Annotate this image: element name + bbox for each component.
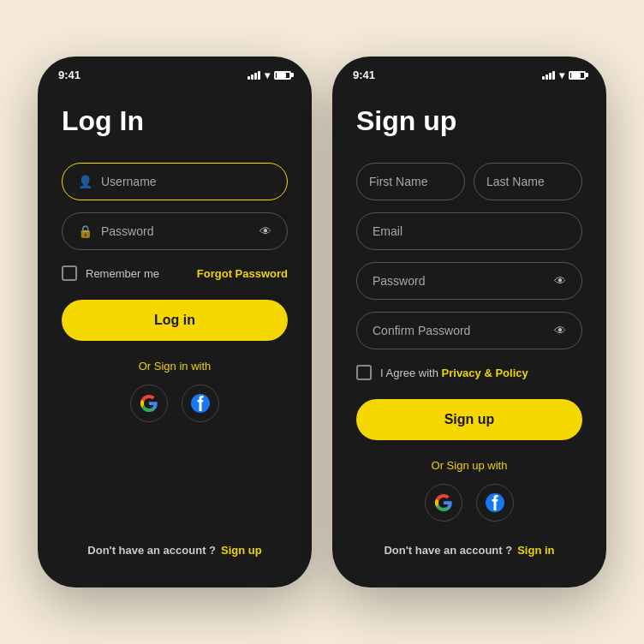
first-name-field[interactable] (356, 163, 465, 200)
password-field[interactable] (62, 212, 288, 250)
signup-status-icons: ▾ (542, 69, 586, 81)
login-signup-link[interactable]: Sign up (221, 544, 262, 557)
agree-checkbox[interactable] (356, 365, 372, 380)
password-input[interactable] (101, 224, 251, 238)
google-signup-button[interactable] (425, 484, 462, 522)
lock-icon (78, 224, 92, 238)
confirm-password-field[interactable] (356, 312, 582, 349)
signup-phone: 9:41 ▾ Sign up (332, 57, 606, 587)
password-eye-icon[interactable] (554, 274, 566, 288)
facebook-signup-button[interactable] (476, 484, 514, 522)
wifi-icon: ▾ (559, 69, 564, 81)
email-field[interactable] (356, 212, 582, 250)
signal-icon (542, 71, 555, 80)
remember-label: Remember me (86, 267, 159, 280)
signup-title: Sign up (356, 105, 582, 137)
user-icon (78, 175, 92, 188)
wifi-icon: ▾ (265, 69, 270, 81)
login-status-bar: 9:41 ▾ (38, 57, 312, 88)
privacy-link[interactable]: Privacy & Policy (442, 367, 528, 379)
eye-icon[interactable] (259, 224, 271, 238)
signup-signin-link[interactable]: Sign in (517, 544, 554, 557)
login-button[interactable]: Log in (62, 300, 288, 341)
agree-row: I Agree with Privacy & Policy (356, 365, 582, 380)
signup-status-time: 9:41 (353, 69, 375, 81)
confirm-eye-icon[interactable] (554, 324, 566, 337)
signup-status-bar: 9:41 ▾ (332, 57, 606, 88)
login-bottom-static: Don't have an account ? (87, 544, 216, 557)
battery-icon (569, 71, 586, 80)
or-signup-text: Or Sign up with (356, 459, 582, 472)
battery-icon (274, 71, 291, 80)
google-icon (434, 493, 453, 512)
username-input[interactable] (101, 175, 271, 188)
signup-button[interactable]: Sign up (356, 399, 582, 440)
signal-icon (247, 71, 260, 80)
confirm-password-input[interactable] (373, 324, 546, 337)
last-name-input[interactable] (486, 175, 569, 188)
page-wrapper: 9:41 ▾ Log In (0, 22, 644, 622)
login-status-icons: ▾ (247, 69, 291, 81)
username-field[interactable] (62, 163, 288, 200)
signup-bottom-row: Don't have an account ? Sign in (356, 544, 582, 557)
login-status-time: 9:41 (58, 69, 80, 81)
login-bottom-row: Don't have an account ? Sign up (62, 544, 288, 557)
first-name-input[interactable] (369, 175, 452, 188)
signup-password-field[interactable] (356, 262, 582, 300)
facebook-icon (190, 393, 211, 414)
login-content: Log In Remember me Forgot Password Log i… (38, 88, 312, 587)
remember-forgot-row: Remember me Forgot Password (62, 265, 288, 281)
last-name-field[interactable] (474, 163, 582, 200)
agree-label: I Agree with Privacy & Policy (380, 367, 528, 379)
email-input[interactable] (373, 224, 566, 238)
forgot-password-link[interactable]: Forgot Password (197, 267, 288, 280)
social-signup-row (356, 484, 582, 522)
facebook-login-button[interactable] (182, 385, 219, 422)
remember-checkbox[interactable] (62, 265, 77, 281)
name-row (356, 163, 582, 200)
google-login-button[interactable] (130, 385, 168, 422)
signup-bottom-static: Don't have an account ? (384, 544, 512, 557)
login-title: Log In (62, 105, 288, 137)
signup-password-input[interactable] (373, 274, 546, 288)
google-icon (140, 394, 158, 413)
login-phone: 9:41 ▾ Log In (38, 57, 312, 587)
facebook-icon (485, 492, 505, 513)
or-signin-text: Or Sign in with (62, 360, 288, 373)
social-login-row (62, 385, 288, 422)
signup-content: Sign up (332, 88, 606, 587)
